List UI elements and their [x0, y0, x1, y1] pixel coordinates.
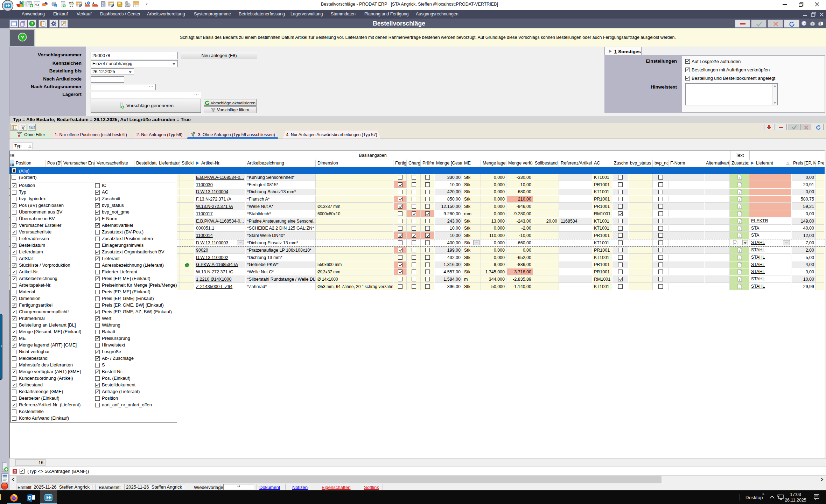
svg-text:a: a: [739, 227, 741, 231]
svg-text:a: a: [739, 176, 741, 180]
svg-text:a: a: [739, 191, 741, 194]
svg-text:a: a: [739, 220, 741, 223]
svg-text:a: a: [739, 249, 741, 252]
svg-text:a: a: [739, 198, 741, 201]
svg-text:a: a: [739, 271, 741, 274]
svg-text:a: a: [739, 212, 741, 216]
svg-text:a: a: [739, 285, 741, 289]
svg-text:?: ?: [21, 34, 24, 40]
svg-text:a: a: [739, 278, 741, 281]
svg-text:a: a: [739, 264, 741, 267]
svg-text:a: a: [734, 241, 736, 245]
svg-text:a: a: [739, 205, 741, 209]
svg-text:?: ?: [31, 22, 33, 26]
svg-text:a: a: [739, 256, 741, 260]
svg-text:a: a: [739, 183, 741, 187]
svg-text:a: a: [739, 234, 741, 238]
